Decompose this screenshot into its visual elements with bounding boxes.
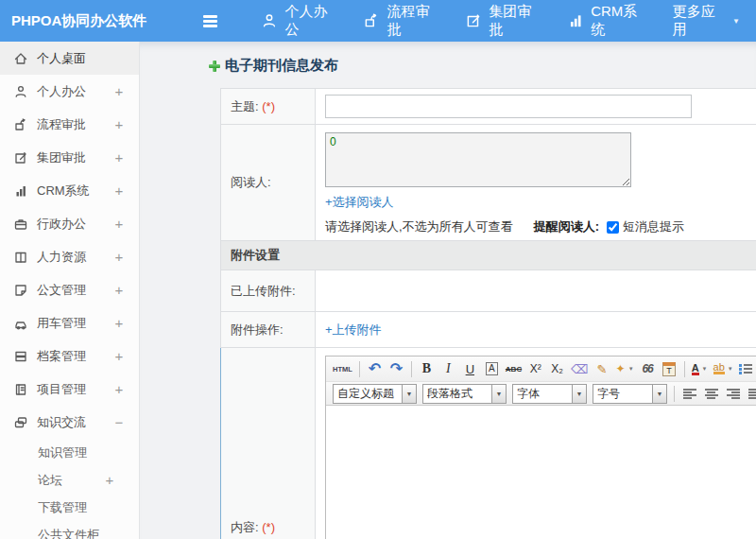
sidebar-menu: 个人桌面个人办公+流程审批+集团审批+CRM系统+行政办公+人力资源+公文管理+… — [0, 42, 139, 539]
superscript-button[interactable]: X² — [525, 358, 545, 379]
paste-text-button[interactable]: T — [660, 358, 679, 379]
bold-button[interactable]: B — [417, 358, 437, 379]
font-color-icon: A — [692, 363, 699, 375]
sidebar-item-personal-desktop[interactable]: 个人桌面 — [0, 42, 139, 75]
subject-input[interactable] — [325, 95, 692, 118]
expand-plus-icon[interactable]: + — [113, 282, 125, 298]
document-icon — [13, 283, 28, 298]
top-bar: PHPOA协同办公软件 个人办公流程审批集团审批CRM系统更多应用▼ — [0, 0, 756, 42]
expand-plus-icon[interactable]: + — [113, 315, 125, 331]
justify-button[interactable] — [745, 383, 756, 404]
format-painter-icon: ✎ — [597, 362, 608, 376]
expand-plus-icon[interactable]: + — [113, 249, 125, 265]
edit-icon — [465, 12, 482, 29]
archive-icon — [13, 349, 28, 364]
sidebar-item-document-mgmt[interactable]: 公文管理+ — [0, 273, 139, 306]
required-mark: (*) — [262, 99, 275, 113]
editor-toolbar-row1: HTML↶↷BIUAABCX²X₂⌫✎✦▼66TA▼ab▼▼ — [326, 356, 756, 381]
undo-button[interactable]: ↶ — [365, 358, 385, 379]
expand-plus-icon[interactable]: + — [113, 348, 125, 364]
remind-readers-label: 提醒阅读人: — [534, 218, 599, 235]
custom-heading-select[interactable]: 自定义标题▼ — [333, 384, 417, 404]
nav-personal-office[interactable]: 个人办公 — [245, 0, 347, 42]
html-source-button[interactable]: HTML — [331, 358, 354, 379]
collapse-minus-icon[interactable]: − — [113, 414, 125, 430]
sidebar-subitem-download-mgmt[interactable]: 下载管理 — [0, 494, 139, 521]
content-label: 内容: — [231, 520, 259, 534]
uploaded-attachments-label: 已上传附件: — [231, 284, 296, 298]
remove-format-button[interactable]: ⌫ — [569, 358, 590, 379]
readers-label: 阅读人: — [231, 175, 271, 189]
nav-group-approval[interactable]: 集团审批 — [449, 0, 551, 42]
sidebar-item-label: 行政办公 — [37, 216, 86, 233]
editor-content-area[interactable] — [326, 406, 756, 539]
nav-more-apps[interactable]: 更多应用▼ — [657, 0, 756, 42]
uploaded-attachments-value — [316, 270, 756, 312]
sidebar-subitem-forum[interactable]: 论坛+ — [0, 466, 139, 494]
upload-attachment-link[interactable]: +上传附件 — [325, 322, 382, 337]
expand-plus-icon[interactable]: + — [113, 216, 125, 232]
sidebar-item-admin-office[interactable]: 行政办公+ — [0, 207, 139, 240]
select-readers-link[interactable]: +选择阅读人 — [325, 195, 394, 209]
expand-plus-icon[interactable]: + — [113, 149, 125, 165]
sidebar-item-vehicle-mgmt[interactable]: 用车管理+ — [0, 306, 139, 339]
ordered-list-button[interactable]: ▼ — [737, 358, 756, 379]
sidebar-subitem-public-file-cabinet[interactable]: 公共文件柜 — [0, 521, 139, 539]
font-style-button[interactable]: A — [482, 358, 502, 379]
subscript-button[interactable]: X₂ — [547, 358, 567, 379]
readers-textarea[interactable]: 0 — [325, 132, 631, 187]
font-family-select[interactable]: 字体▼ — [512, 384, 587, 404]
sidebar-item-archive-mgmt[interactable]: 档案管理+ — [0, 339, 139, 373]
expand-plus-icon[interactable]: + — [113, 83, 125, 99]
blockquote-button[interactable]: 66 — [638, 358, 658, 379]
app-logo[interactable]: PHPOA协同办公软件 — [0, 12, 158, 30]
sidebar-item-personal-office[interactable]: 个人办公+ — [0, 75, 139, 108]
highlight-color-button[interactable]: ab▼ — [712, 358, 735, 379]
nav-process-approval[interactable]: 流程审批 — [347, 0, 449, 42]
caret-down-icon: ▼ — [702, 366, 708, 372]
hamburger-menu-icon[interactable] — [201, 14, 218, 27]
format-painter-button[interactable]: ✎ — [593, 358, 612, 379]
underline-icon: U — [466, 362, 474, 376]
caret-down-icon[interactable]: ▼ — [491, 385, 506, 403]
sidebar-item-human-resources[interactable]: 人力资源+ — [0, 240, 139, 273]
bold-icon: B — [422, 361, 431, 376]
main-content: 电子期刊信息发布 主题: (*) 阅读人: 0 +选择阅读人 请选择阅读人,不选 — [140, 42, 756, 539]
underline-button[interactable]: U — [460, 358, 480, 379]
sidebar-subitem-knowledge-mgmt[interactable]: 知识管理 — [0, 439, 139, 466]
justify-icon — [748, 389, 756, 399]
blockquote-icon: 66 — [642, 362, 652, 375]
attachment-section-title: 附件设置 — [221, 241, 756, 270]
sidebar-item-group-approval[interactable]: 集团审批+ — [0, 141, 139, 174]
expand-plus-icon[interactable]: + — [104, 472, 115, 488]
sidebar-item-knowledge-exchange[interactable]: 知识交流− — [0, 406, 139, 439]
toolbar-separator — [684, 361, 685, 377]
subject-label: 主题: — [231, 99, 259, 113]
paragraph-format-select[interactable]: 段落格式▼ — [422, 384, 507, 404]
expand-plus-icon[interactable]: + — [113, 381, 125, 397]
caret-down-icon[interactable]: ▼ — [402, 385, 416, 403]
toolbar-separator — [359, 361, 360, 377]
quick-style-button[interactable]: ✦▼ — [614, 358, 636, 379]
redo-button[interactable]: ↷ — [387, 358, 406, 379]
sidebar-item-project-mgmt[interactable]: 项目管理+ — [0, 373, 139, 406]
expand-plus-icon[interactable]: + — [113, 183, 125, 199]
italic-button[interactable]: I — [438, 358, 458, 379]
font-color-button[interactable]: A▼ — [690, 358, 710, 379]
sms-notify-checkbox[interactable] — [607, 221, 619, 234]
align-center-icon — [705, 389, 718, 399]
nav-crm-system[interactable]: CRM系统 — [551, 0, 657, 42]
toolbar-separator — [674, 386, 675, 402]
align-left-button[interactable] — [679, 383, 699, 404]
expand-plus-icon[interactable]: + — [113, 116, 125, 132]
align-right-button[interactable] — [723, 383, 743, 404]
html-source-icon: HTML — [333, 365, 352, 374]
align-center-button[interactable] — [701, 383, 721, 404]
caret-down-icon[interactable]: ▼ — [652, 385, 666, 403]
quick-style-icon: ✦ — [616, 362, 626, 375]
sidebar-item-process-approval[interactable]: 流程审批+ — [0, 108, 139, 141]
sidebar-item-crm-system[interactable]: CRM系统+ — [0, 174, 139, 207]
font-size-select[interactable]: 字号▼ — [593, 384, 667, 404]
strikethrough-button[interactable]: ABC — [504, 358, 524, 379]
caret-down-icon[interactable]: ▼ — [572, 385, 586, 403]
